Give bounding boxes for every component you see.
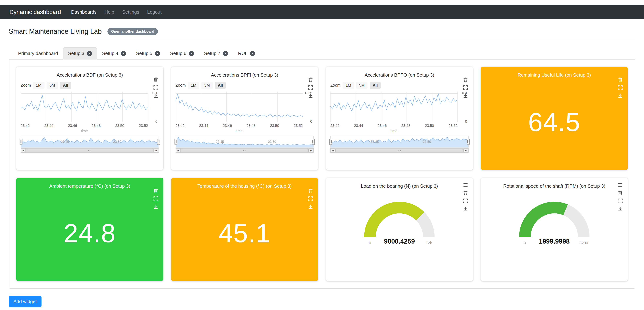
menu-icon[interactable] [463, 182, 468, 188]
scrollbar-left-arrow-icon[interactable]: ◄ [21, 148, 26, 153]
zoom-label: Zoom [21, 83, 31, 88]
x-axis-ticks: 23:4223:4423:4623:4823:5023:52 [330, 124, 458, 128]
fullscreen-icon[interactable] [618, 85, 623, 90]
widget-title: Load on the bearing (N) (on Setup 3) [330, 183, 468, 189]
tab-setup-7[interactable]: Setup 7 ✕ [199, 47, 233, 60]
widget-title: Accelerations BPFO (on Setup 3) [330, 72, 468, 78]
chart-navigator[interactable]: 23:4523:50 [330, 136, 468, 147]
scrollbar-thumb[interactable] [181, 149, 309, 152]
scrollbar-track[interactable] [181, 148, 309, 153]
dashboard-tabs: Primary dashboard Setup 3 ✕ Setup 4 ✕ Se… [9, 47, 635, 60]
scrollbar-track[interactable] [336, 148, 464, 153]
chart-scrollbar[interactable]: ◄► [176, 148, 314, 153]
fullscreen-icon[interactable] [618, 198, 623, 204]
delete-widget-icon[interactable] [618, 190, 623, 196]
navigator-handle-right[interactable] [157, 139, 160, 145]
fullscreen-icon[interactable] [463, 198, 468, 204]
nav-item-dashboards[interactable]: Dashboards [71, 9, 96, 15]
close-tab-icon[interactable]: ✕ [250, 51, 255, 56]
range-selector: Zoom1M5MAll [176, 82, 314, 89]
delete-widget-icon[interactable] [153, 77, 158, 82]
chart-scrollbar[interactable]: ◄► [330, 148, 468, 153]
zoom-button-all[interactable]: All [215, 82, 226, 89]
widget-remaining-useful-life: Remaining Useful Life (on Setup 3) 64.5 [481, 67, 628, 170]
nav-item-logout[interactable]: Logout [147, 9, 162, 15]
download-icon[interactable] [153, 204, 158, 209]
download-icon[interactable] [308, 204, 313, 209]
fullscreen-icon[interactable] [153, 85, 158, 90]
navigator-handle-right[interactable] [467, 139, 470, 145]
timeseries-chart-bdf[interactable]: Zoom1M5MAll0.1023:4223:4423:4623:4823:50… [21, 82, 159, 153]
scrollbar-right-arrow-icon[interactable]: ► [154, 148, 159, 153]
zoom-button-all[interactable]: All [370, 82, 380, 89]
gauge-chart-speed: 032001999.9998 [485, 195, 624, 245]
navigator-handle-left[interactable] [174, 139, 178, 145]
zoom-button-5m[interactable]: 5M [201, 82, 213, 89]
fullscreen-icon[interactable] [308, 85, 313, 90]
tab-setup-5[interactable]: Setup 5 ✕ [131, 47, 165, 60]
scrollbar-left-arrow-icon[interactable]: ◄ [330, 148, 336, 153]
close-tab-icon[interactable]: ✕ [155, 51, 160, 56]
fullscreen-icon[interactable] [308, 196, 313, 202]
download-icon[interactable] [618, 93, 623, 98]
delete-widget-icon[interactable] [308, 77, 313, 82]
download-icon[interactable] [463, 93, 468, 98]
zoom-button-1m[interactable]: 1M [188, 82, 199, 89]
navigator-handle-left[interactable] [20, 139, 22, 145]
tab-primary-dashboard[interactable]: Primary dashboard [13, 47, 63, 60]
zoom-button-5m[interactable]: 5M [46, 82, 58, 89]
fullscreen-icon[interactable] [153, 196, 158, 202]
tab-rul[interactable]: RUL ✕ [233, 47, 260, 60]
download-icon[interactable] [153, 93, 158, 98]
scrollbar-track[interactable] [26, 148, 154, 153]
page-title: Smart Maintenance Living Lab [9, 28, 102, 35]
add-widget-button[interactable]: Add widget [9, 296, 42, 307]
widget-title: Remaining Useful Life (on Setup 3) [485, 72, 624, 78]
chart-navigator[interactable]: 23:4523:50 [21, 136, 159, 147]
timeseries-chart-bpfo[interactable]: Zoom1M5MAll0.4023:4223:4423:4623:4823:50… [330, 82, 468, 153]
zoom-button-all[interactable]: All [60, 82, 71, 89]
open-another-dashboard-button[interactable]: Open another dashboard [108, 28, 158, 35]
gauge-chart-load: 012k9000.4259 [330, 195, 468, 245]
delete-widget-icon[interactable] [463, 77, 468, 82]
timeseries-chart-bpfi[interactable]: Zoom1M5MAll0.25023:4223:4423:4623:4823:5… [176, 82, 314, 153]
close-tab-icon[interactable]: ✕ [87, 51, 92, 56]
chart-plot-area[interactable]: 0.250 [176, 92, 314, 122]
zoom-button-1m[interactable]: 1M [33, 82, 44, 89]
widget-load-gauge: Load on the bearing (N) (on Setup 3) 012… [326, 178, 473, 281]
chart-plot-area[interactable]: 0.10 [21, 92, 159, 122]
delete-widget-icon[interactable] [463, 190, 468, 196]
close-tab-icon[interactable]: ✕ [189, 51, 194, 56]
scrollbar-right-arrow-icon[interactable]: ► [308, 148, 314, 153]
close-tab-icon[interactable]: ✕ [121, 51, 126, 56]
zoom-button-5m[interactable]: 5M [356, 82, 368, 89]
fullscreen-icon[interactable] [463, 85, 468, 90]
navigator-handle-right[interactable] [312, 139, 315, 145]
zoom-button-1m[interactable]: 1M [343, 82, 354, 89]
nav-item-settings[interactable]: Settings [122, 9, 139, 15]
navigator-handle-left[interactable] [329, 139, 332, 145]
tab-setup-4[interactable]: Setup 4 ✕ [97, 47, 131, 60]
download-icon[interactable] [618, 206, 623, 212]
chart-scrollbar[interactable]: ◄► [21, 148, 159, 153]
scrollbar-thumb[interactable] [336, 149, 464, 152]
delete-widget-icon[interactable] [153, 188, 158, 194]
nav-item-help[interactable]: Help [104, 9, 114, 15]
download-icon[interactable] [308, 93, 313, 98]
scrollbar-right-arrow-icon[interactable]: ► [464, 148, 468, 153]
widget-value: 24.8 [21, 189, 159, 277]
chart-navigator[interactable]: 23:4523:50 [176, 136, 314, 147]
scrollbar-thumb[interactable] [26, 149, 154, 152]
widget-title: Ambient temperature (°C) (on Setup 3) [21, 183, 159, 189]
menu-icon[interactable] [618, 182, 623, 188]
tab-setup-6[interactable]: Setup 6 ✕ [165, 47, 199, 60]
app-brand[interactable]: Dynamic dashboard [10, 9, 61, 16]
delete-widget-icon[interactable] [308, 188, 313, 194]
scrollbar-left-arrow-icon[interactable]: ◄ [176, 148, 181, 153]
close-tab-icon[interactable]: ✕ [223, 51, 228, 56]
x-axis-ticks: 23:4223:4423:4623:4823:5023:52 [21, 124, 148, 128]
tab-setup-3[interactable]: Setup 3 ✕ [63, 47, 97, 60]
download-icon[interactable] [463, 206, 468, 212]
delete-widget-icon[interactable] [618, 77, 623, 82]
chart-plot-area[interactable]: 0.40 [330, 92, 468, 122]
